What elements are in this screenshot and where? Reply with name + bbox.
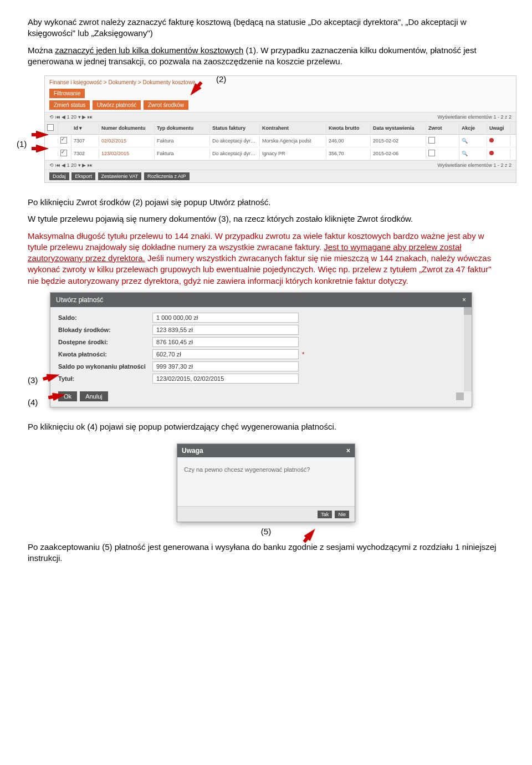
cell-status: Do akceptacji dyrektora bbox=[210, 136, 260, 146]
aip-settlement-button[interactable]: Rozliczenia z AIP bbox=[144, 172, 190, 180]
value-tytul[interactable]: 123/02/2015, 02/02/2015 bbox=[152, 374, 299, 384]
intro-p1: Aby wykonać zwrot należy zaznaczyć faktu… bbox=[28, 17, 504, 39]
col-notes: Uwagi bbox=[487, 123, 510, 133]
col-id[interactable]: Id ▾ bbox=[71, 123, 99, 133]
select-all-checkbox[interactable] bbox=[47, 124, 54, 131]
view-icon[interactable]: 🔍 bbox=[459, 136, 487, 146]
mid-red: Maksymalna długość tytułu przelewu to 14… bbox=[28, 231, 504, 287]
value-saldo: 1 000 000,00 zł bbox=[152, 313, 299, 323]
after-dialog-text: Po kliknięciu ok (4) pojawi się popup po… bbox=[28, 421, 504, 432]
confirm-dialog: Uwaga × Czy na pewno chcesz wygenerować … bbox=[177, 443, 355, 522]
intro-p2a: Można bbox=[28, 45, 55, 55]
cell-type: Faktura bbox=[155, 136, 210, 146]
scroll-up-icon[interactable] bbox=[464, 307, 472, 315]
no-button[interactable]: Nie bbox=[335, 511, 349, 518]
breadcrumb: Finanse i księgowość > Dokumenty > Dokum… bbox=[45, 76, 516, 86]
dialog-title: Utwórz płatność bbox=[56, 296, 103, 304]
arrow-to-checkbox-1 bbox=[36, 131, 48, 139]
callout-3: (3) bbox=[28, 375, 38, 385]
cell-contractor: Ignacy PR bbox=[260, 149, 326, 159]
pager-left-bottom[interactable]: ⟲ ⏮ ◀ 1 20 ▾ ▶ ⏭ bbox=[49, 162, 93, 168]
screenshot-grid: (1) (2) Finanse i księgowość > Dokumenty… bbox=[28, 75, 504, 183]
col-type[interactable]: Typ dokumentu bbox=[155, 123, 210, 133]
label-saldo-po: Saldo po wykonaniu płatności bbox=[58, 363, 152, 370]
cell-date: 2015-02-02 bbox=[371, 136, 426, 146]
yes-button[interactable]: Tak bbox=[318, 511, 332, 518]
col-gross[interactable]: Kwota brutto bbox=[326, 123, 371, 133]
refund-checkbox[interactable] bbox=[428, 137, 435, 144]
cell-docnum[interactable]: 123/02/2015 bbox=[99, 149, 155, 159]
create-payment-dialog: Utwórz płatność × Saldo:1 000 000,00 zł … bbox=[50, 292, 472, 407]
close-icon[interactable]: × bbox=[462, 296, 466, 304]
view-icon[interactable]: 🔍 bbox=[459, 149, 487, 159]
col-docnum[interactable]: Numer dokumentu bbox=[99, 123, 155, 133]
label-blokady: Blokady środków: bbox=[58, 327, 152, 333]
after-confirm-text: Po zaakceptowaniu (5) płatność jest gene… bbox=[28, 542, 504, 564]
refund-button[interactable]: Zwrot środków bbox=[144, 100, 188, 110]
warning-icon bbox=[489, 138, 494, 142]
row-checkbox[interactable] bbox=[60, 137, 67, 144]
cell-docnum[interactable]: 02/02/2015 bbox=[99, 136, 155, 146]
grid-header: Id ▾ Numer dokumentu Typ dokumentu Statu… bbox=[45, 122, 516, 135]
value-dostepne: 876 160,45 zł bbox=[152, 337, 299, 347]
label-saldo: Saldo: bbox=[58, 314, 152, 321]
refund-checkbox[interactable] bbox=[428, 150, 435, 156]
cell-id: 7302 bbox=[71, 149, 99, 159]
col-actions: Akcje bbox=[459, 123, 487, 133]
table-row[interactable]: 7307 02/02/2015 Faktura Do akceptacji dy… bbox=[45, 135, 516, 147]
callout-1: (1) bbox=[17, 139, 27, 149]
export-button[interactable]: Eksport bbox=[71, 172, 95, 180]
mid-p2: W tytule przelewu pojawią się numery dok… bbox=[28, 213, 504, 225]
screenshot-dialog: (3) (4) Utwórz płatność × Saldo:1 000 00… bbox=[28, 292, 504, 407]
value-saldo-po: 999 397,30 zł bbox=[152, 361, 299, 371]
change-status-button[interactable]: Zmień status bbox=[49, 100, 90, 110]
cell-status: Do akceptacji dyrektora bbox=[210, 149, 260, 159]
callout-2: (2) bbox=[216, 74, 226, 84]
filter-button[interactable]: Filtrowanie bbox=[49, 89, 85, 98]
label-tytul: Tytuł: bbox=[58, 375, 152, 382]
cell-id: 7307 bbox=[71, 136, 99, 146]
scrollbar[interactable] bbox=[464, 307, 472, 391]
callout-5: (5) bbox=[261, 527, 271, 536]
value-kwota[interactable]: 602,70 zł bbox=[152, 349, 299, 359]
vat-report-button[interactable]: Zestawienie VAT bbox=[98, 172, 142, 180]
value-blokady: 123 839,55 zł bbox=[152, 325, 299, 335]
row-checkbox[interactable] bbox=[60, 150, 67, 156]
create-payment-button[interactable]: Utwórz płatność bbox=[93, 100, 141, 110]
col-contractor[interactable]: Kontrahent bbox=[260, 123, 326, 133]
cell-contractor: Morska Agencja podst bbox=[260, 136, 326, 146]
pager-left[interactable]: ⟲ ⏮ ◀ 1 20 ▾ ▶ ⏭ bbox=[49, 114, 93, 120]
callout-4: (4) bbox=[28, 397, 38, 407]
label-kwota: Kwota płatności: bbox=[58, 351, 152, 358]
scroll-down-icon[interactable] bbox=[456, 392, 464, 400]
cancel-button[interactable]: Anuluj bbox=[80, 391, 108, 401]
col-status[interactable]: Status faktury bbox=[210, 123, 260, 133]
screenshot-confirm: Uwaga × Czy na pewno chcesz wygenerować … bbox=[28, 443, 504, 536]
warning-icon bbox=[489, 151, 494, 155]
add-button[interactable]: Dodaj bbox=[49, 172, 69, 180]
required-mark: * bbox=[302, 351, 304, 358]
pager-right-bottom: Wyświetlanie elementów 1 - 2 z 2 bbox=[438, 162, 511, 168]
col-refund[interactable]: Zwrot bbox=[426, 123, 459, 133]
close-icon[interactable]: × bbox=[346, 447, 350, 455]
cell-type: Faktura bbox=[155, 149, 210, 159]
pager-right: Wyświetlanie elementów 1 - 2 z 2 bbox=[438, 114, 511, 120]
intro-p2: Można zaznaczyć jeden lub kilka dokument… bbox=[28, 45, 504, 68]
label-dostepne: Dostępne środki: bbox=[58, 339, 152, 345]
col-date[interactable]: Data wystawienia bbox=[371, 123, 426, 133]
table-row[interactable]: 7302 123/02/2015 Faktura Do akceptacji d… bbox=[45, 147, 516, 160]
confirm-message: Czy na pewno chcesz wygenerować płatność… bbox=[177, 457, 355, 506]
cell-gross: 246,00 bbox=[326, 136, 371, 146]
arrow-to-checkbox-2 bbox=[36, 145, 48, 152]
cell-gross: 356,70 bbox=[326, 149, 371, 159]
confirm-title: Uwaga bbox=[182, 447, 203, 455]
intro-p2b: zaznaczyć jeden lub kilka dokumentów kos… bbox=[55, 45, 243, 55]
mid-p1: Po kliknięciu Zwrot środków (2) pojawi s… bbox=[28, 197, 504, 208]
cell-date: 2015-02-06 bbox=[371, 149, 426, 159]
